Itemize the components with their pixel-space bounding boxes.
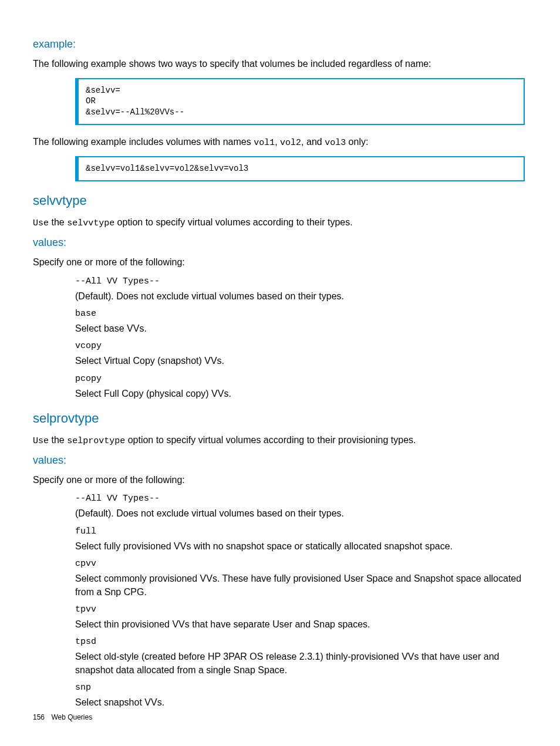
value-code: cpvv [75,558,525,570]
selvvtype-values-heading: values: [33,235,525,250]
text: option to specify virtual volumes accord… [125,435,416,445]
value-description: Select snapshot VVs. [75,696,525,709]
value-description: Select Virtual Copy (snapshot) VVs. [75,355,525,367]
value-code: pcopy [75,373,525,385]
value-code: full [75,525,525,538]
example-mid-paragraph: The following example includes volumes w… [33,136,525,149]
example-heading: example: [33,37,525,52]
selprovtype-values-intro: Specify one or more of the following: [33,474,525,487]
inline-code: Use [33,436,49,446]
inline-code: vol2 [280,138,301,148]
value-code: vcopy [75,340,525,352]
value-description: Select Full Copy (physical copy) VVs. [75,387,525,400]
text: , and [301,137,325,147]
page-number: 156 [33,713,45,721]
selvvtype-values-intro: Specify one or more of the following: [33,256,525,269]
value-description: Select commonly provisioned VVs. These h… [75,572,525,599]
value-description: (Default). Does not exclude virtual volu… [75,290,525,303]
selprovtype-description: Use the selprovtype option to specify vi… [33,434,525,447]
page-footer: 156 Web Queries [33,713,92,723]
value-code: --All VV Types-- [75,275,525,288]
selvvtype-heading: selvvtype [33,192,525,210]
value-description: Select base VVs. [75,322,525,335]
text: option to specify virtual volumes accord… [114,217,353,227]
example-intro: The following example shows two ways to … [33,58,525,70]
value-description: Select fully provisioned VVs with no sna… [75,540,525,553]
value-code: tpsd [75,636,525,648]
value-code: base [75,308,525,320]
example-codebox-1: &selvv= OR &selvv=--All%20VVs-- [75,78,525,126]
inline-code: selvvtype [67,218,114,228]
selvvtype-description: Use the selvvtype option to specify virt… [33,216,525,229]
text: , [275,137,280,147]
footer-title: Web Queries [51,713,92,721]
selprovtype-heading: selprovtype [33,410,525,428]
inline-code: selprovtype [67,436,125,446]
selvvtype-values-list: --All VV Types-- (Default). Does not exc… [75,275,525,401]
value-code: --All VV Types-- [75,492,525,505]
inline-code: Use [33,218,49,228]
example-codebox-2: &selvv=vol1&selvv=vol2&selvv=vol3 [75,156,525,181]
value-code: snp [75,681,525,694]
text: The following example includes volumes w… [33,137,254,147]
text: the [49,217,67,227]
text: only: [346,137,368,147]
value-description: Select old-style (created before HP 3PAR… [75,650,525,677]
value-code: tpvv [75,603,525,616]
selprovtype-values-list: --All VV Types-- (Default). Does not exc… [75,492,525,709]
inline-code: vol3 [325,138,346,148]
selprovtype-values-heading: values: [33,453,525,468]
value-description: Select thin provisioned VVs that have se… [75,618,525,631]
text: the [49,435,67,445]
value-description: (Default). Does not exclude virtual volu… [75,507,525,520]
inline-code: vol1 [254,138,275,148]
